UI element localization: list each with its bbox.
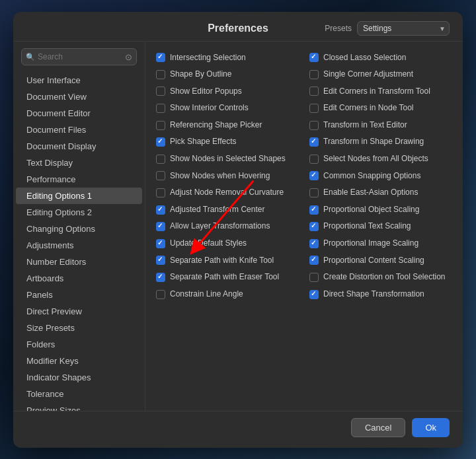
dialog-title: Preferences [208,22,268,34]
checkbox-row: Pick Shape Effects [156,135,299,149]
checkbox-label: Direct Shape Transformation [323,289,424,300]
search-box: 🔍 ⊙ [21,48,137,65]
sidebar-item-preview-sizes[interactable]: Preview Sizes [16,402,142,411]
sidebar: 🔍 ⊙ User InterfaceDocument ViewDocument … [13,42,145,411]
checkbox-direct-shape-transformation[interactable] [309,290,319,299]
sidebar-item-text-display[interactable]: Text Display [16,155,142,171]
cancel-button[interactable]: Cancel [351,418,405,437]
checkbox-row: Allow Layer Transformations [156,219,299,234]
search-icon: 🔍 [26,52,35,61]
sidebar-item-performance[interactable]: Performance [16,171,142,188]
checkbox-row: Show Nodes when Hovering [156,169,299,184]
sidebar-item-tolerance[interactable]: Tolerance [16,386,142,402]
sidebar-item-editing-options-2[interactable]: Editing Options 2 [16,204,142,221]
checkbox-label: Common Snapping Options [323,171,420,182]
sidebar-item-document-editor[interactable]: Document Editor [16,105,142,122]
sidebar-item-user-interface[interactable]: User Interface [16,72,142,88]
checkbox-row: Transform in Text Editor [309,118,452,133]
checkbox-row: Referencing Shape Picker [156,118,299,133]
checkbox-show-nodes-in-selected-shapes[interactable] [156,155,165,164]
checkbox-referencing-shape-picker[interactable] [156,121,165,130]
sidebar-item-indicator-shapes[interactable]: Indicator Shapes [16,369,142,386]
checkbox-adjusted-transform-center[interactable] [156,205,165,215]
checkbox-separate-path-with-knife-tool[interactable] [156,256,165,265]
checkbox-proportional-image-scaling[interactable] [309,239,319,248]
sidebar-item-document-view[interactable]: Document View [16,88,142,105]
checkbox-label: Pick Shape Effects [170,137,237,147]
checkbox-proportional-text-scaling[interactable] [309,222,319,231]
checkbox-proportional-object-scaling[interactable] [309,205,319,215]
checkbox-label: Transform in Text Editor [323,120,407,131]
checkbox-allow-layer-transformations[interactable] [156,222,165,231]
checkbox-label: Proportional Object Scaling [323,205,419,215]
checkbox-label: Single Corner Adjustment [323,69,413,80]
checkbox-row: Intersecting Selection [156,51,299,65]
checkbox-label: Proportional Content Scaling [323,256,424,266]
presets-select-wrapper: Settings Default Custom ▼ [357,21,450,36]
checkbox-shape-by-outline[interactable] [156,70,165,79]
sidebar-item-document-files[interactable]: Document Files [16,122,142,138]
checkbox-row: Update Default Styles [156,236,299,251]
sidebar-item-artboards[interactable]: Artboards [16,270,142,287]
checkbox-show-nodes-when-hovering[interactable] [156,171,165,180]
sidebar-item-editing-options-1[interactable]: Editing Options 1 [16,188,142,204]
checkbox-show-editor-popups[interactable] [156,87,165,96]
checkbox-pick-shape-effects[interactable] [156,137,165,147]
checkbox-update-default-styles[interactable] [156,239,165,248]
dialog-header: Preferences Presets Settings Default Cus… [13,12,463,42]
right-column: Closed Lasso SelectionSingle Corner Adju… [309,51,452,402]
checkbox-transform-in-shape-drawing[interactable] [309,137,319,147]
checkbox-row: Single Corner Adjustment [309,67,452,82]
checkbox-row: Create Distortion on Tool Selection [309,270,452,285]
checkbox-separate-path-with-eraser-tool[interactable] [156,273,165,282]
checkbox-row: Separate Path with Eraser Tool [156,270,299,285]
sidebar-item-size-presets[interactable]: Size Presets [16,320,142,336]
preferences-dialog: Preferences Presets Settings Default Cus… [13,12,463,448]
sidebar-item-document-display[interactable]: Document Display [16,138,142,155]
checkbox-row: Show Interior Controls [156,101,299,116]
checkbox-closed-lasso-selection[interactable] [309,53,319,62]
checkbox-label: Show Nodes in Selected Shapes [170,154,286,164]
checkbox-intersecting-selection[interactable] [156,53,165,62]
checkbox-row: Shape By Outline [156,67,299,82]
checkbox-row: Show Nodes in Selected Shapes [156,152,299,166]
sidebar-item-modifier-keys[interactable]: Modifier Keys [16,353,142,369]
checkbox-label: Intersecting Selection [170,53,246,63]
checkbox-proportional-content-scaling[interactable] [309,256,319,265]
checkbox-row: Proportional Text Scaling [309,219,452,234]
checkbox-select-nodes-from-all-objects[interactable] [309,155,319,164]
sidebar-item-changing-options[interactable]: Changing Options [16,221,142,237]
checkbox-single-corner-adjustment[interactable] [309,70,319,79]
checkbox-transform-in-text-editor[interactable] [309,121,319,130]
checkbox-row: Proportional Content Scaling [309,254,452,268]
checkbox-common-snapping-options[interactable] [309,171,319,180]
checkbox-label: Enable East-Asian Options [323,188,418,198]
checkbox-adjust-node-removal-curvature[interactable] [156,188,165,197]
ok-button[interactable]: Ok [412,418,450,437]
checkbox-edit-corners-in-node-tool[interactable] [309,104,319,113]
presets-row: Presets Settings Default Custom ▼ [325,21,450,36]
checkbox-row: Enable East-Asian Options [309,186,452,200]
checkbox-enable-east-asian-options[interactable] [309,188,319,197]
checkbox-label: Transform in Shape Drawing [323,137,424,147]
sidebar-item-direct-preview[interactable]: Direct Preview [16,303,142,320]
checkbox-label: Allow Layer Transformations [170,221,270,232]
presets-select[interactable]: Settings Default Custom [357,21,450,36]
search-clear-icon[interactable]: ⊙ [125,52,132,61]
checkbox-create-distortion-on-tool-selection[interactable] [309,273,319,282]
checkbox-show-interior-controls[interactable] [156,104,165,113]
checkbox-constrain-line-angle[interactable] [156,290,165,299]
sidebar-item-adjustments[interactable]: Adjustments [16,237,142,254]
sidebar-item-folders[interactable]: Folders [16,336,142,353]
sidebar-item-number-editors[interactable]: Number Editors [16,254,142,270]
sidebar-item-panels[interactable]: Panels [16,287,142,303]
checkbox-label: Update Default Styles [170,238,247,249]
checkbox-label: Edit Corners in Transform Tool [323,87,430,97]
checkbox-edit-corners-in-transform-tool[interactable] [309,87,319,96]
checkbox-label: Proportional Image Scaling [323,238,418,249]
search-input[interactable] [21,48,137,65]
checkbox-label: Select Nodes from All Objects [323,154,428,164]
checkbox-row: Constrain Line Angle [156,287,299,302]
checkbox-row: Transform in Shape Drawing [309,135,452,149]
checkbox-label: Adjusted Transform Center [170,205,264,215]
